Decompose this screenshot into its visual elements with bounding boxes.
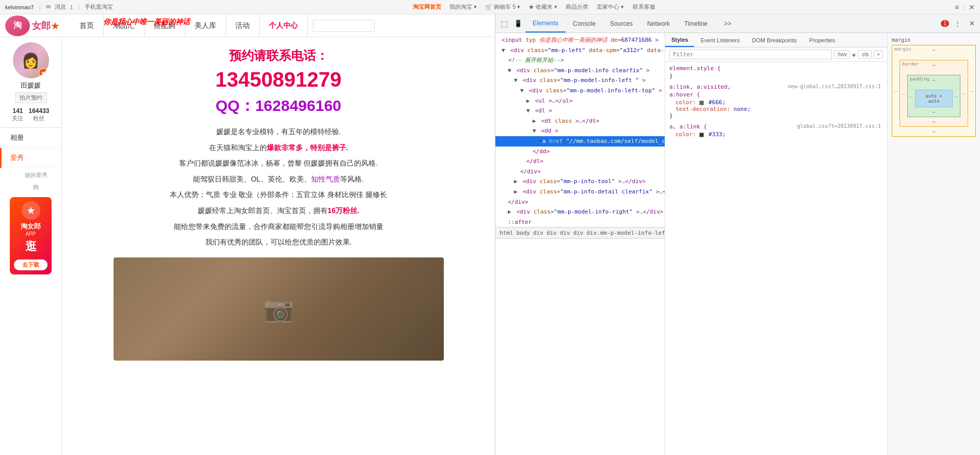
dom-line-div-infolefttop[interactable]: ▼ <div class="mm-p-model-info-left-top" …: [495, 86, 665, 96]
cls-button[interactable]: .cls: [858, 50, 872, 59]
favorites-link[interactable]: ★ 收藏夹 ▾: [528, 3, 557, 11]
tab-properties[interactable]: Properties: [803, 33, 841, 47]
hov-button[interactable]: :hov: [834, 50, 850, 59]
styles-filter-input[interactable]: [669, 50, 832, 59]
dom-line-dl[interactable]: ▼ <dl >: [495, 106, 665, 116]
dom-line-anchor[interactable]: <a href="//mm.taobao.com/self/model_card…: [495, 136, 665, 147]
close-button[interactable]: ✕: [969, 3, 975, 11]
alink2-selector: a, a:link {: [669, 123, 707, 130]
dom-line-div-infoleft[interactable]: ▼ <div class="mm-p-model-info-left " >: [495, 75, 665, 86]
nav-matching[interactable]: 搭配购: [144, 14, 185, 37]
alink-rule: a:link, a:visited, new-global.css?…20130…: [669, 84, 883, 119]
follow-label: 关注: [12, 115, 23, 122]
sidebar-album[interactable]: 相册: [0, 128, 61, 148]
tab-elements[interactable]: Elements: [525, 14, 566, 32]
nav-beauties[interactable]: 美人库: [185, 14, 226, 37]
dom-line-after: ::after: [495, 217, 665, 228]
dom-line-div-infodetail[interactable]: ▶ <div class="mm-p-info-detail clearfix"…: [495, 187, 665, 197]
alink-selector2: a:hover {: [669, 91, 883, 98]
categories-link[interactable]: 商品分类: [566, 3, 588, 11]
tab-sources[interactable]: Sources: [603, 14, 640, 32]
dom-line-dt[interactable]: ▶ <dt class >…</dt>: [495, 116, 665, 126]
padding-left-val: –: [910, 93, 913, 99]
breadcrumb-div4[interactable]: div: [573, 230, 584, 236]
description: 媛媛是名专业模特，有五年的模特经验. 在天猫和淘宝上的爆款非常多，特别是裤子. …: [77, 125, 479, 249]
dom-line-div-close1: </div>: [495, 167, 665, 177]
alink2-source[interactable]: global.css?t=20130917.css:1: [797, 123, 881, 131]
inspect-icon[interactable]: ⬚: [497, 17, 511, 30]
tab-event-listeners[interactable]: Event Listeners: [694, 33, 746, 47]
breadcrumb-div3[interactable]: div: [560, 230, 570, 236]
mobile-taobao-link[interactable]: 手机逛淘宝: [85, 3, 113, 11]
nav-trends[interactable]: 潮品汇: [104, 14, 144, 37]
app-container: kelvinmao7 | ✉ 消息 1 | 手机逛淘宝 淘宝网首页 我的淘宝 ▾…: [0, 0, 980, 455]
verified-badge: ♥: [39, 68, 48, 77]
dom-line-div-mmleft[interactable]: ▼ <div class="mm-p-left" data-spm="a312r…: [495, 45, 665, 56]
dom-line-ul[interactable]: ▶ <ul >…</ul>: [495, 96, 665, 106]
phone-title: 预约请联系电话：: [77, 47, 479, 64]
settings-icon[interactable]: ⋮: [951, 18, 964, 29]
breadcrumb-div1[interactable]: div: [533, 230, 543, 236]
sidebar-ashow[interactable]: 爱秀: [0, 148, 61, 168]
search-input[interactable]: [313, 20, 375, 32]
username-label: kelvinmao7: [5, 4, 34, 10]
rule-selector-element: element.style {: [669, 65, 883, 72]
tab-timeline[interactable]: Timeline: [677, 14, 715, 32]
tab-more[interactable]: >>: [717, 14, 738, 32]
nav-home[interactable]: 首页: [70, 14, 104, 37]
home-link[interactable]: 淘宝网首页: [413, 3, 441, 11]
fans-count: 164433: [28, 107, 49, 115]
breadcrumb-html[interactable]: html: [500, 230, 513, 236]
box-model-padding: padding – – auto × auto – –: [907, 75, 960, 117]
desc-line-7: 能给您带来免费的流量，合作商家都能帮您引流导购相册增加销量: [77, 220, 479, 234]
breadcrumb-body[interactable]: body: [517, 230, 531, 236]
alink2-color-prop: color: #333;: [669, 131, 883, 138]
customer-service-link[interactable]: 联系客服: [633, 3, 655, 11]
mobile-icon[interactable]: 📱: [511, 18, 525, 29]
main-content: 预约请联系电话： 13450891279 QQ：1628496160 媛媛是名专…: [62, 37, 495, 455]
tab-styles[interactable]: Styles: [665, 33, 694, 47]
textdec-val: none;: [734, 106, 751, 112]
cart-link[interactable]: 🛒 购物车 5 ▾: [485, 3, 520, 11]
msg-label: 消息: [55, 3, 66, 11]
devtools-section: ⬚ 📱 Elements Console Sources Network Tim…: [495, 14, 980, 455]
styles-content: element.style { } a:link, a:visited, new…: [665, 62, 887, 455]
nav-activity[interactable]: 活动: [226, 14, 260, 37]
dom-line-div-inforight[interactable]: ▶ <div class="mm-p-model-info-right" >…<…: [495, 207, 665, 217]
dom-line-div-info[interactable]: ▼ <div class="mm-p-model-info clearfix" …: [495, 66, 665, 76]
nav-personal[interactable]: 个人中心: [260, 14, 308, 37]
msg-count: 1: [70, 4, 73, 10]
my-taobao-link[interactable]: 我的淘宝 ▾: [449, 3, 477, 11]
dom-line-comment: <!-- 展开框开始-->: [495, 55, 665, 66]
tab-console[interactable]: Console: [566, 14, 603, 32]
avatar-container: 👩 ♥: [13, 42, 49, 78]
add-rule-button[interactable]: +: [874, 50, 883, 59]
devtools-body: 你是我心中唯一美丽的神话 <input typ 你是我心中唯一美丽的神话 de=…: [495, 33, 980, 455]
alink-textdec-prop: text-decoration: none;: [669, 106, 883, 112]
color-swatch-666[interactable]: [699, 101, 704, 105]
follow-stat: 141 关注: [12, 107, 23, 122]
seller-center-link[interactable]: 卖家中心 ▾: [597, 3, 624, 11]
qq-label: QQ：: [216, 97, 255, 114]
menu-button[interactable]: ≡: [955, 3, 959, 11]
dom-line-div-infotool[interactable]: ▶ <div class="mm-p-info-tool" >…</div>: [495, 176, 665, 187]
top-nav-right: ≡ | ✕: [955, 3, 975, 11]
dom-line-dd[interactable]: ▼ <dd >: [495, 126, 665, 136]
color-swatch-333[interactable]: [699, 133, 704, 137]
more-options-icon[interactable]: ✕: [966, 18, 978, 29]
fans-stat: 164433 粉丝: [28, 107, 49, 122]
app-promo-action: 逛: [25, 239, 37, 254]
breadcrumb-div2[interactable]: div: [547, 230, 557, 236]
tab-dom-breakpoints[interactable]: DOM Breakpoints: [746, 33, 803, 47]
qq-line: QQ：1628496160: [77, 95, 479, 117]
dom-line-input[interactable]: <input typ 你是我心中唯一美丽的神话 de=687471686 >: [495, 35, 665, 45]
padding-label: padding: [910, 76, 929, 82]
app-download-button[interactable]: 去下载: [14, 259, 47, 270]
border-label: border: [902, 61, 919, 67]
textdec-prop-label: text-decoration:: [676, 106, 730, 112]
alink-source[interactable]: new-global.css?…20130917.css:1: [788, 84, 881, 91]
tab-network[interactable]: Network: [640, 14, 677, 32]
breadcrumb-div-mmleft[interactable]: div.mm-p-model-info-left-top: [587, 230, 665, 236]
photo-booking-button[interactable]: 拍片预约: [15, 92, 47, 103]
padding-lr-row: – auto × auto –: [910, 83, 958, 109]
